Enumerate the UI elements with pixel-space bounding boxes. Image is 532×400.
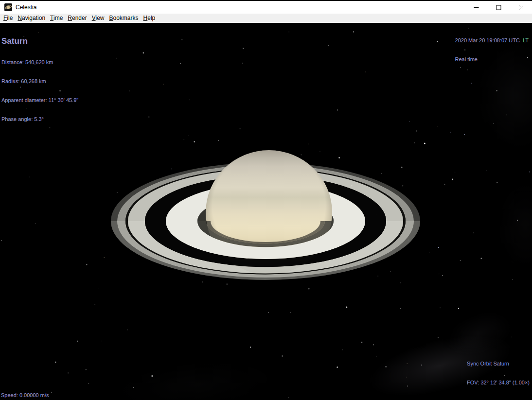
space-viewport[interactable]: Saturn Distance: 540,620 km Radius: 60,2… — [0, 23, 532, 400]
menu-item-file[interactable]: File — [1, 14, 15, 23]
menu-item-time[interactable]: Time — [48, 14, 65, 23]
datetime-text: 2020 Mar 20 19:08:07 UTC — [455, 37, 520, 43]
selection-info-overlay: Saturn Distance: 540,620 km Radius: 60,2… — [1, 24, 78, 135]
minimize-icon — [474, 5, 479, 10]
maximize-button[interactable] — [487, 1, 510, 14]
time-overlay: 2020 Mar 20 19:08:07 UTC LT Real time — [455, 25, 529, 75]
window-title: Celestia — [16, 4, 36, 11]
selection-distance: Distance: 540,620 km — [1, 59, 78, 66]
saturn-scene[interactable] — [0, 23, 532, 400]
menu-item-navigation[interactable]: Navigation — [15, 14, 48, 23]
window-controls — [465, 1, 532, 14]
selection-name: Saturn — [1, 37, 78, 46]
light-time-flag: LT — [523, 37, 529, 43]
datetime-line: 2020 Mar 20 19:08:07 UTC LT — [455, 37, 529, 44]
speed-overlay: Speed: 0.00000 m/s — [1, 392, 49, 399]
time-rate: Real time — [455, 56, 529, 63]
close-icon — [518, 5, 524, 10]
flight-mode: Sync Orbit Saturn — [467, 361, 530, 367]
menu-item-bookmarks[interactable]: Bookmarks — [107, 14, 141, 23]
minimize-button[interactable] — [465, 1, 487, 14]
app-icon — [4, 3, 12, 11]
close-button[interactable] — [510, 1, 532, 14]
selection-radius: Radius: 60,268 km — [1, 78, 78, 85]
menu-item-help[interactable]: Help — [141, 14, 158, 23]
selection-apparent-diameter: Apparent diameter: 11° 30' 45.9" — [1, 97, 78, 104]
title-bar[interactable]: Celestia — [0, 0, 532, 14]
menu-item-render[interactable]: Render — [65, 14, 89, 23]
fov-readout: FOV: 32° 12' 34.8" (1.00×) — [467, 380, 530, 386]
menu-item-view[interactable]: View — [89, 14, 107, 23]
selection-phase-angle: Phase angle: 5.3° — [1, 116, 78, 122]
status-overlay: Sync Orbit Saturn FOV: 32° 12' 34.8" (1.… — [467, 348, 530, 399]
menu-bar: FileNavigationTimeRenderViewBookmarksHel… — [0, 14, 532, 23]
maximize-icon — [496, 5, 501, 10]
